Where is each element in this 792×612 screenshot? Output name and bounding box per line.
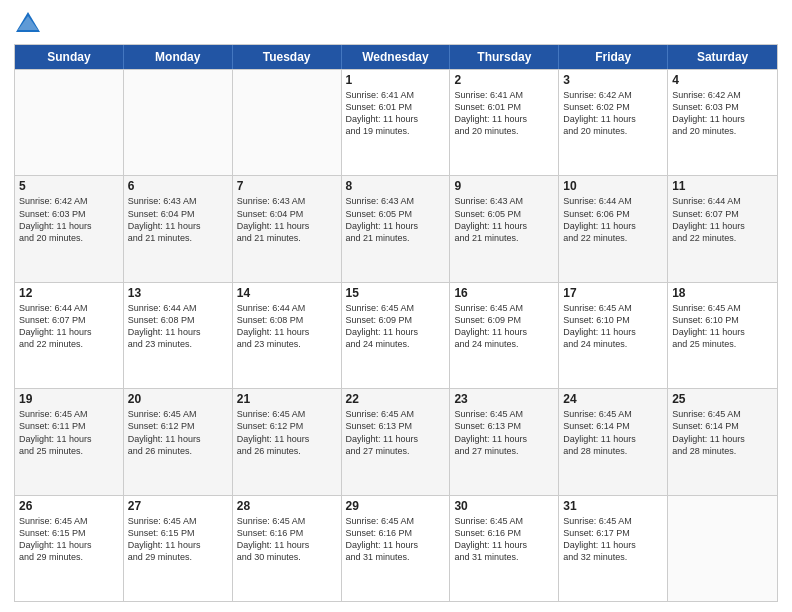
calendar-cell: 25Sunrise: 6:45 AM Sunset: 6:14 PM Dayli… bbox=[668, 389, 777, 494]
calendar-cell: 12Sunrise: 6:44 AM Sunset: 6:07 PM Dayli… bbox=[15, 283, 124, 388]
weekday-header-tuesday: Tuesday bbox=[233, 45, 342, 69]
calendar-cell: 29Sunrise: 6:45 AM Sunset: 6:16 PM Dayli… bbox=[342, 496, 451, 601]
day-number: 27 bbox=[128, 499, 228, 513]
cell-info: Sunrise: 6:43 AM Sunset: 6:04 PM Dayligh… bbox=[237, 195, 337, 244]
cell-info: Sunrise: 6:45 AM Sunset: 6:14 PM Dayligh… bbox=[672, 408, 773, 457]
calendar-cell bbox=[15, 70, 124, 175]
day-number: 24 bbox=[563, 392, 663, 406]
cell-info: Sunrise: 6:45 AM Sunset: 6:15 PM Dayligh… bbox=[128, 515, 228, 564]
calendar-cell: 16Sunrise: 6:45 AM Sunset: 6:09 PM Dayli… bbox=[450, 283, 559, 388]
calendar-cell bbox=[668, 496, 777, 601]
day-number: 1 bbox=[346, 73, 446, 87]
weekday-header-friday: Friday bbox=[559, 45, 668, 69]
cell-info: Sunrise: 6:45 AM Sunset: 6:09 PM Dayligh… bbox=[346, 302, 446, 351]
calendar-cell: 18Sunrise: 6:45 AM Sunset: 6:10 PM Dayli… bbox=[668, 283, 777, 388]
cell-info: Sunrise: 6:45 AM Sunset: 6:14 PM Dayligh… bbox=[563, 408, 663, 457]
calendar-cell: 28Sunrise: 6:45 AM Sunset: 6:16 PM Dayli… bbox=[233, 496, 342, 601]
day-number: 18 bbox=[672, 286, 773, 300]
day-number: 13 bbox=[128, 286, 228, 300]
cell-info: Sunrise: 6:45 AM Sunset: 6:12 PM Dayligh… bbox=[128, 408, 228, 457]
calendar-cell: 3Sunrise: 6:42 AM Sunset: 6:02 PM Daylig… bbox=[559, 70, 668, 175]
calendar-row-3: 19Sunrise: 6:45 AM Sunset: 6:11 PM Dayli… bbox=[15, 388, 777, 494]
day-number: 21 bbox=[237, 392, 337, 406]
day-number: 23 bbox=[454, 392, 554, 406]
calendar-row-4: 26Sunrise: 6:45 AM Sunset: 6:15 PM Dayli… bbox=[15, 495, 777, 601]
day-number: 8 bbox=[346, 179, 446, 193]
cell-info: Sunrise: 6:45 AM Sunset: 6:16 PM Dayligh… bbox=[237, 515, 337, 564]
calendar-cell: 9Sunrise: 6:43 AM Sunset: 6:05 PM Daylig… bbox=[450, 176, 559, 281]
day-number: 12 bbox=[19, 286, 119, 300]
weekday-header-thursday: Thursday bbox=[450, 45, 559, 69]
weekday-header-monday: Monday bbox=[124, 45, 233, 69]
cell-info: Sunrise: 6:45 AM Sunset: 6:17 PM Dayligh… bbox=[563, 515, 663, 564]
cell-info: Sunrise: 6:43 AM Sunset: 6:05 PM Dayligh… bbox=[454, 195, 554, 244]
cell-info: Sunrise: 6:45 AM Sunset: 6:13 PM Dayligh… bbox=[454, 408, 554, 457]
calendar-cell: 14Sunrise: 6:44 AM Sunset: 6:08 PM Dayli… bbox=[233, 283, 342, 388]
cell-info: Sunrise: 6:41 AM Sunset: 6:01 PM Dayligh… bbox=[454, 89, 554, 138]
weekday-header-sunday: Sunday bbox=[15, 45, 124, 69]
day-number: 30 bbox=[454, 499, 554, 513]
cell-info: Sunrise: 6:43 AM Sunset: 6:05 PM Dayligh… bbox=[346, 195, 446, 244]
cell-info: Sunrise: 6:45 AM Sunset: 6:15 PM Dayligh… bbox=[19, 515, 119, 564]
day-number: 17 bbox=[563, 286, 663, 300]
calendar-cell: 13Sunrise: 6:44 AM Sunset: 6:08 PM Dayli… bbox=[124, 283, 233, 388]
calendar-cell: 27Sunrise: 6:45 AM Sunset: 6:15 PM Dayli… bbox=[124, 496, 233, 601]
day-number: 9 bbox=[454, 179, 554, 193]
day-number: 3 bbox=[563, 73, 663, 87]
day-number: 10 bbox=[563, 179, 663, 193]
cell-info: Sunrise: 6:45 AM Sunset: 6:16 PM Dayligh… bbox=[346, 515, 446, 564]
cell-info: Sunrise: 6:45 AM Sunset: 6:11 PM Dayligh… bbox=[19, 408, 119, 457]
cell-info: Sunrise: 6:44 AM Sunset: 6:07 PM Dayligh… bbox=[672, 195, 773, 244]
day-number: 4 bbox=[672, 73, 773, 87]
cell-info: Sunrise: 6:44 AM Sunset: 6:06 PM Dayligh… bbox=[563, 195, 663, 244]
cell-info: Sunrise: 6:45 AM Sunset: 6:10 PM Dayligh… bbox=[563, 302, 663, 351]
calendar-row-0: 1Sunrise: 6:41 AM Sunset: 6:01 PM Daylig… bbox=[15, 69, 777, 175]
cell-info: Sunrise: 6:45 AM Sunset: 6:09 PM Dayligh… bbox=[454, 302, 554, 351]
calendar-cell: 4Sunrise: 6:42 AM Sunset: 6:03 PM Daylig… bbox=[668, 70, 777, 175]
cell-info: Sunrise: 6:42 AM Sunset: 6:03 PM Dayligh… bbox=[19, 195, 119, 244]
svg-marker-1 bbox=[18, 16, 38, 30]
calendar-cell: 21Sunrise: 6:45 AM Sunset: 6:12 PM Dayli… bbox=[233, 389, 342, 494]
calendar-cell: 17Sunrise: 6:45 AM Sunset: 6:10 PM Dayli… bbox=[559, 283, 668, 388]
day-number: 26 bbox=[19, 499, 119, 513]
day-number: 29 bbox=[346, 499, 446, 513]
calendar-cell bbox=[233, 70, 342, 175]
calendar: SundayMondayTuesdayWednesdayThursdayFrid… bbox=[14, 44, 778, 602]
cell-info: Sunrise: 6:45 AM Sunset: 6:12 PM Dayligh… bbox=[237, 408, 337, 457]
day-number: 28 bbox=[237, 499, 337, 513]
cell-info: Sunrise: 6:42 AM Sunset: 6:02 PM Dayligh… bbox=[563, 89, 663, 138]
calendar-row-2: 12Sunrise: 6:44 AM Sunset: 6:07 PM Dayli… bbox=[15, 282, 777, 388]
calendar-cell: 10Sunrise: 6:44 AM Sunset: 6:06 PM Dayli… bbox=[559, 176, 668, 281]
calendar-cell: 22Sunrise: 6:45 AM Sunset: 6:13 PM Dayli… bbox=[342, 389, 451, 494]
calendar-cell: 15Sunrise: 6:45 AM Sunset: 6:09 PM Dayli… bbox=[342, 283, 451, 388]
logo bbox=[14, 10, 46, 38]
calendar-cell: 20Sunrise: 6:45 AM Sunset: 6:12 PM Dayli… bbox=[124, 389, 233, 494]
day-number: 14 bbox=[237, 286, 337, 300]
day-number: 22 bbox=[346, 392, 446, 406]
day-number: 19 bbox=[19, 392, 119, 406]
calendar-cell: 11Sunrise: 6:44 AM Sunset: 6:07 PM Dayli… bbox=[668, 176, 777, 281]
calendar-cell: 8Sunrise: 6:43 AM Sunset: 6:05 PM Daylig… bbox=[342, 176, 451, 281]
cell-info: Sunrise: 6:45 AM Sunset: 6:16 PM Dayligh… bbox=[454, 515, 554, 564]
calendar-cell: 24Sunrise: 6:45 AM Sunset: 6:14 PM Dayli… bbox=[559, 389, 668, 494]
cell-info: Sunrise: 6:45 AM Sunset: 6:10 PM Dayligh… bbox=[672, 302, 773, 351]
calendar-body: 1Sunrise: 6:41 AM Sunset: 6:01 PM Daylig… bbox=[15, 69, 777, 601]
weekday-header-wednesday: Wednesday bbox=[342, 45, 451, 69]
weekday-header-saturday: Saturday bbox=[668, 45, 777, 69]
calendar-cell: 7Sunrise: 6:43 AM Sunset: 6:04 PM Daylig… bbox=[233, 176, 342, 281]
cell-info: Sunrise: 6:42 AM Sunset: 6:03 PM Dayligh… bbox=[672, 89, 773, 138]
calendar-cell bbox=[124, 70, 233, 175]
day-number: 11 bbox=[672, 179, 773, 193]
day-number: 25 bbox=[672, 392, 773, 406]
calendar-cell: 30Sunrise: 6:45 AM Sunset: 6:16 PM Dayli… bbox=[450, 496, 559, 601]
calendar-cell: 6Sunrise: 6:43 AM Sunset: 6:04 PM Daylig… bbox=[124, 176, 233, 281]
day-number: 7 bbox=[237, 179, 337, 193]
cell-info: Sunrise: 6:41 AM Sunset: 6:01 PM Dayligh… bbox=[346, 89, 446, 138]
cell-info: Sunrise: 6:44 AM Sunset: 6:08 PM Dayligh… bbox=[237, 302, 337, 351]
day-number: 5 bbox=[19, 179, 119, 193]
day-number: 6 bbox=[128, 179, 228, 193]
logo-icon bbox=[14, 10, 42, 38]
calendar-cell: 2Sunrise: 6:41 AM Sunset: 6:01 PM Daylig… bbox=[450, 70, 559, 175]
day-number: 16 bbox=[454, 286, 554, 300]
calendar-header: SundayMondayTuesdayWednesdayThursdayFrid… bbox=[15, 45, 777, 69]
